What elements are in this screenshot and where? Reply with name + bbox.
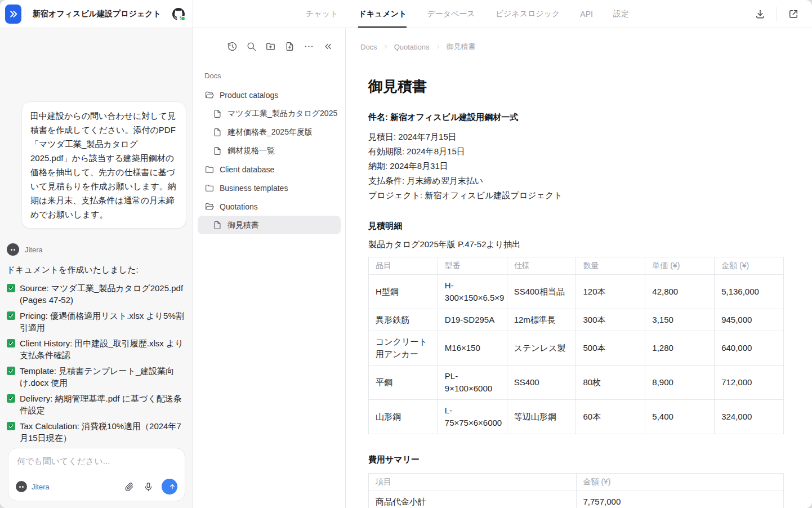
checklist-item-label: Pricing: 優遇価格適用リスト.xlsx より5%割引適用 — [20, 310, 186, 333]
column-header: 金額 (¥) — [576, 474, 784, 491]
tab-database[interactable]: データベース — [427, 0, 475, 28]
items-table: 品目 型番 仕様 数量 単価 (¥) 金額 (¥) H型鋼 H-300×150×… — [368, 257, 784, 434]
double-chevron-right-icon — [8, 9, 19, 19]
new-file-icon[interactable] — [284, 41, 295, 52]
cell-amount: 324,000 — [715, 400, 784, 434]
collapse-sidebar-icon[interactable] — [322, 41, 333, 52]
meta-line-delivery: 納期: 2024年8月31日 — [368, 159, 784, 173]
checklist-item-label: Delivery: 納期管理基準.pdf に基づく配送条件設定 — [20, 393, 186, 416]
breadcrumb-quotations[interactable]: Quotations — [394, 43, 430, 51]
folder-icon — [204, 183, 215, 193]
detail-section-title: 見積明細 — [368, 221, 784, 231]
app-logo[interactable] — [5, 5, 21, 24]
mic-icon[interactable] — [141, 480, 155, 493]
tree-item-label: マツダ工業_製品カタログ2025 — [227, 109, 337, 119]
cell-item: コンクリート用アンカー — [369, 331, 438, 366]
cell-item: 異形鉄筋 — [369, 309, 438, 331]
cell-model: D19-SD295A — [438, 309, 507, 331]
chevron-right-icon — [435, 43, 441, 50]
search-icon[interactable] — [246, 41, 257, 52]
tree-item-price-list[interactable]: 建材価格表_2025年度版 — [198, 123, 341, 141]
breadcrumb: Docs Quotations 御見積書 — [346, 28, 812, 52]
cell-qty: 80枚 — [576, 366, 645, 400]
checklist-item-label: Template: 見積書テンプレート_建設業向け.docx 使用 — [20, 365, 186, 389]
check-icon — [7, 284, 15, 292]
document-subject: 件名: 新宿オフィスビル建設用鋼材一式 — [368, 112, 784, 123]
chat-input-toolbar: Jitera — [16, 479, 177, 494]
cell-qty: 500本 — [576, 331, 645, 366]
cell-unit-price: 8,900 — [645, 366, 715, 400]
top-bar: 新宿オフィスビル建設プロジェクト チャット ドキュメント データベース ビジネス… — [0, 0, 812, 28]
folder-open-icon — [204, 90, 215, 100]
new-folder-icon[interactable] — [265, 41, 276, 52]
tree-item-quotations[interactable]: Quotations — [198, 197, 341, 216]
tab-api[interactable]: API — [580, 0, 593, 28]
tab-settings[interactable]: 設定 — [613, 0, 629, 28]
checklist-item: Source: マツダ工業_製品カタログ2025.pdf (Pages 47-5… — [7, 282, 186, 306]
table-row: 商品代金小計 7,757,000 — [369, 491, 784, 508]
column-header: 金額 (¥) — [715, 257, 784, 275]
header-divider — [777, 7, 777, 21]
cell-unit-price: 1,280 — [645, 331, 715, 366]
cell-amount: 712,000 — [715, 366, 784, 400]
tree-item-steel-specs[interactable]: 鋼材規格一覧 — [198, 141, 341, 160]
summary-table-header-row: 項目 金額 (¥) — [369, 474, 784, 491]
header-actions — [742, 5, 812, 24]
checklist-item-label: Tax Calculation: 消費税10%適用（2024年7月15日現在） — [20, 420, 186, 444]
file-tree: Product catalogs マツダ工業_製品カタログ2025 建材価格表_… — [193, 86, 345, 234]
cell-qty: 120本 — [576, 275, 645, 309]
detail-section-note: 製品カタログ2025年版 P.47-52より抽出 — [368, 239, 784, 250]
chat-input[interactable] — [16, 456, 177, 466]
column-header: 単価 (¥) — [645, 257, 715, 275]
document-panel: Docs Quotations 御見積書 御見積書 件名: 新宿オフィスビル建設… — [346, 28, 812, 508]
cell-model: M16×150 — [438, 331, 507, 366]
assistant-checklist: Source: マツダ工業_製品カタログ2025.pdf (Pages 47-5… — [7, 282, 186, 444]
tab-documents[interactable]: ドキュメント — [358, 0, 407, 28]
attach-icon[interactable] — [122, 480, 136, 493]
send-button[interactable] — [162, 479, 177, 494]
tree-item-quotation-doc[interactable]: 御見積書 — [198, 216, 341, 234]
tree-item-label: Quotations — [220, 202, 258, 211]
table-row: 山形鋼 L-75×75×6×6000 等辺山形鋼 60本 5,400 324,0… — [369, 400, 784, 434]
tree-item-label: 御見積書 — [227, 220, 259, 230]
check-icon — [7, 367, 15, 375]
items-table-header-row: 品目 型番 仕様 数量 単価 (¥) 金額 (¥) — [369, 257, 784, 275]
github-icon[interactable] — [172, 7, 185, 21]
agent-name: Jitera — [32, 483, 117, 491]
column-header: 品目 — [369, 257, 438, 275]
chevron-right-icon — [382, 43, 389, 50]
content-area: 田中建設からの問い合わせに対して見積書を作成してください。添付のPDF「マツダ工… — [0, 28, 812, 508]
cell-amount: 7,757,000 — [576, 491, 784, 508]
project-title[interactable]: 新宿オフィスビル建設プロジェクト — [33, 9, 161, 19]
breadcrumb-current[interactable]: 御見積書 — [447, 42, 476, 52]
tree-item-business-templates[interactable]: Business templates — [198, 179, 341, 197]
tree-item-client-database[interactable]: Client database — [198, 160, 341, 179]
tab-chat[interactable]: チャット — [306, 0, 338, 28]
history-icon[interactable] — [226, 41, 238, 52]
tab-business-logic[interactable]: ビジネスロジック — [496, 0, 560, 28]
cell-item: H型鋼 — [369, 275, 438, 309]
cell-amount: 945,000 — [715, 309, 784, 331]
table-row: 平鋼 PL-9×100×6000 SS400 80枚 8,900 712,000 — [369, 366, 784, 400]
breadcrumb-docs[interactable]: Docs — [360, 43, 377, 51]
table-row: コンクリート用アンカー M16×150 ステンレス製 500本 1,280 64… — [369, 331, 784, 366]
cell-qty: 300本 — [576, 309, 645, 331]
tree-item-product-catalogs[interactable]: Product catalogs — [198, 86, 341, 104]
checklist-item-label: Source: マツダ工業_製品カタログ2025.pdf (Pages 47-5… — [20, 282, 186, 306]
assistant-intro-text: ドキュメントを作成いたしました: — [7, 265, 186, 275]
checklist-item: Delivery: 納期管理基準.pdf に基づく配送条件設定 — [7, 393, 186, 416]
file-icon — [212, 109, 222, 119]
column-header: 項目 — [369, 474, 577, 491]
checklist-item: Template: 見積書テンプレート_建設業向け.docx 使用 — [7, 365, 186, 389]
agent-avatar — [16, 481, 27, 492]
column-header: 型番 — [438, 257, 507, 275]
more-icon[interactable] — [303, 41, 314, 52]
cell-amount: 5,136,000 — [715, 275, 784, 309]
cell-spec: ステンレス製 — [507, 331, 576, 366]
checklist-item: Pricing: 優遇価格適用リスト.xlsx より5%割引適用 — [7, 310, 186, 333]
check-icon — [7, 422, 15, 430]
tree-item-matsuda-catalog[interactable]: マツダ工業_製品カタログ2025 — [198, 104, 341, 123]
download-icon[interactable] — [751, 5, 770, 24]
share-icon[interactable] — [784, 5, 803, 24]
file-icon — [212, 220, 222, 230]
